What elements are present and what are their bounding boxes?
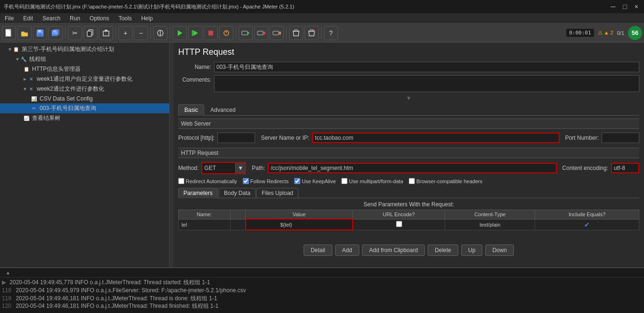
- tree-item-http-manager[interactable]: 📋 HTTP信息头管理器: [0, 64, 169, 74]
- detail-button[interactable]: Detail: [304, 245, 332, 256]
- help-button[interactable]: ?: [324, 26, 338, 40]
- menu-file[interactable]: File: [0, 13, 18, 23]
- param-url-encode-cell[interactable]: [353, 219, 445, 230]
- remote-stop-button[interactable]: [254, 26, 268, 40]
- clear-button[interactable]: [289, 26, 303, 40]
- svg-rect-24: [257, 31, 263, 35]
- copy-button[interactable]: [83, 26, 98, 40]
- delete-button[interactable]: Delete: [428, 245, 458, 256]
- new-button[interactable]: [2, 26, 16, 40]
- shutdown-button[interactable]: [219, 26, 233, 40]
- panel-drag-handle[interactable]: · · ·: [170, 42, 173, 267]
- add-from-clipboard-button[interactable]: Add from Clipboard: [362, 245, 425, 256]
- tree-item-week2[interactable]: ▼ ✕ week2通过文件进行参数化: [0, 84, 169, 94]
- log-expand-arrow[interactable]: ▲: [3, 269, 13, 276]
- log-text-4: 2020-05-04 19:49:46,181 INFO o.a.j.t.JMe…: [16, 303, 218, 309]
- log-arrow-1: ▶: [2, 279, 6, 286]
- port-input[interactable]: [602, 133, 639, 143]
- encoding-input[interactable]: [611, 163, 639, 173]
- multipart-checkbox[interactable]: [341, 178, 347, 184]
- stop-button[interactable]: [204, 26, 218, 40]
- server-input[interactable]: [312, 133, 560, 143]
- method-input[interactable]: [202, 163, 235, 173]
- paste-button[interactable]: [99, 26, 113, 40]
- tree-item-current[interactable]: ✏ 003-手机号归属地查询: [0, 103, 169, 113]
- collapse-button[interactable]: −: [134, 26, 148, 40]
- sub-tab-body-data[interactable]: Body Data: [219, 188, 256, 198]
- param-value-cell[interactable]: [246, 219, 353, 230]
- comments-label: Comments:: [178, 75, 211, 83]
- menu-run[interactable]: Run: [65, 13, 85, 23]
- tab-basic[interactable]: Basic: [178, 104, 204, 116]
- menu-edit[interactable]: Edit: [18, 13, 38, 23]
- follow-checkbox-label[interactable]: Follow Redirects: [243, 178, 289, 184]
- name-row: Name:: [178, 62, 639, 72]
- multipart-checkbox-label[interactable]: Use multipart/form-data: [341, 178, 403, 184]
- log-area: ▲ ▶ 2020-05-04 19:49:45,778 INFO o.a.j.t…: [0, 267, 644, 313]
- globe-indicator: 56: [628, 26, 642, 40]
- cut-button[interactable]: ✂: [68, 26, 82, 40]
- redirect-checkbox[interactable]: [178, 178, 184, 184]
- menu-tools[interactable]: Tools: [114, 13, 136, 23]
- open-button[interactable]: [17, 26, 32, 40]
- clear-all-button[interactable]: [305, 26, 319, 40]
- down-button[interactable]: Down: [485, 245, 514, 256]
- follow-checkbox[interactable]: [243, 178, 249, 184]
- start-button[interactable]: [173, 26, 187, 40]
- expand-arrow-week1[interactable]: ►: [23, 76, 27, 82]
- browser-checkbox[interactable]: [409, 178, 415, 184]
- expand-arrow-thread[interactable]: ▼: [15, 57, 20, 62]
- save-all-button[interactable]: [49, 26, 63, 40]
- tree-item-root[interactable]: ▼ 📋 第三节-手机号码归属地测试介绍计划: [0, 44, 169, 54]
- name-input[interactable]: [214, 62, 639, 72]
- tree-label-week1: week1通过用户自定义变量进行参数化: [37, 75, 132, 83]
- tree-label-current: 003-手机号归属地查询: [40, 104, 96, 112]
- add-button[interactable]: Add: [335, 245, 359, 256]
- maximize-button[interactable]: □: [621, 3, 628, 10]
- menu-search[interactable]: Search: [38, 13, 65, 23]
- browser-checkbox-label[interactable]: Browser-compatible headers: [409, 178, 482, 184]
- tree-item-week1[interactable]: ► ✕ week1通过用户自定义变量进行参数化: [0, 74, 169, 84]
- param-empty-cell: [230, 219, 246, 230]
- results-icon: 📈: [23, 115, 30, 122]
- remote-start-button[interactable]: [239, 26, 253, 40]
- keepalive-checkbox-label[interactable]: Use KeepAlive: [294, 178, 336, 184]
- encoding-label: Content encoding:: [562, 165, 608, 171]
- path-input[interactable]: [268, 163, 556, 173]
- port-label: Port Number:: [565, 135, 599, 141]
- include-equals-check: ✔: [584, 221, 590, 228]
- remote-shutdown-button[interactable]: [270, 26, 284, 40]
- close-button[interactable]: ×: [633, 3, 640, 10]
- name-label: Name:: [178, 64, 211, 70]
- redirect-checkbox-label[interactable]: Redirect Automatically: [178, 178, 237, 184]
- minimize-button[interactable]: ─: [609, 3, 617, 10]
- param-url-encode-checkbox[interactable]: [396, 221, 402, 227]
- keepalive-checkbox[interactable]: [294, 178, 300, 184]
- menu-options[interactable]: Options: [85, 13, 114, 23]
- sub-tab-parameters[interactable]: Parameters: [178, 188, 218, 198]
- start-no-pause-button[interactable]: [188, 26, 202, 40]
- up-button[interactable]: Up: [461, 245, 482, 256]
- main-area: ▼ 📋 第三节-手机号码归属地测试介绍计划 ▼ 🔧 线程组 📋 HTTP信息头管…: [0, 42, 644, 267]
- tree-item-results[interactable]: 📈 查看结果树: [0, 113, 169, 123]
- tree-item-thread-group[interactable]: ▼ 🔧 线程组: [0, 54, 169, 64]
- expand-arrow-root[interactable]: ▼: [8, 47, 12, 52]
- window-controls[interactable]: ─ □ ×: [609, 3, 640, 10]
- svg-rect-30: [295, 30, 297, 31]
- protocol-input[interactable]: [217, 133, 255, 143]
- toggle-button[interactable]: [153, 26, 167, 40]
- comments-expand[interactable]: ▼: [178, 95, 639, 102]
- comments-input[interactable]: [214, 75, 639, 92]
- sub-tab-files-upload[interactable]: Files Upload: [256, 188, 298, 198]
- save-button[interactable]: [33, 26, 47, 40]
- expand-arrow-week2[interactable]: ▼: [23, 86, 27, 92]
- tab-advanced[interactable]: Advanced: [204, 104, 241, 115]
- toolbar-right: 0:00:01 ⚠ ▲ 2 0/1 56: [566, 26, 642, 40]
- menu-help[interactable]: Help: [136, 13, 157, 23]
- follow-label: Follow Redirects: [250, 178, 289, 184]
- param-value-input[interactable]: [280, 222, 318, 228]
- tree-item-csv[interactable]: 📊 CSV Data Set Config: [0, 94, 169, 103]
- method-dropdown-arrow[interactable]: ▼: [235, 163, 245, 173]
- expand-button[interactable]: +: [118, 26, 132, 40]
- left-panel: ▼ 📋 第三节-手机号码归属地测试介绍计划 ▼ 🔧 线程组 📋 HTTP信息头管…: [0, 42, 170, 267]
